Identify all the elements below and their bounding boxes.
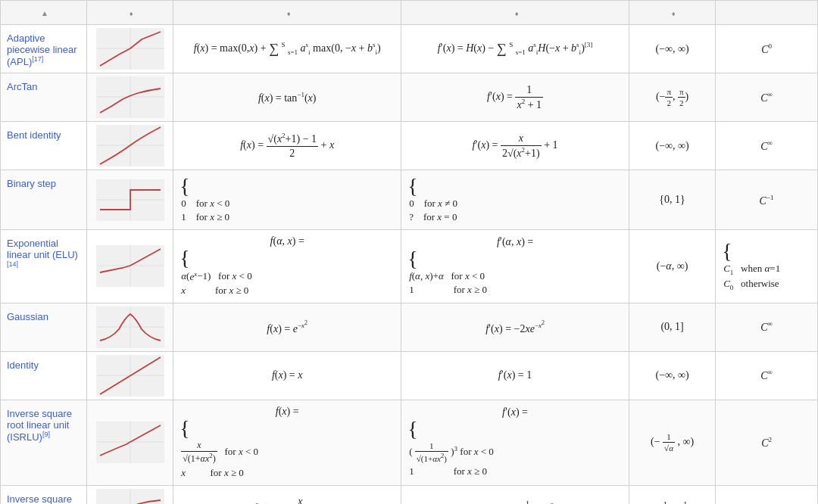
cell-order-isrlu: C2 (716, 400, 818, 485)
cell-name-bstep: Binary step (1, 170, 87, 230)
cell-order-gaussian: C∞ (716, 303, 818, 351)
cell-order-arctan: C∞ (716, 73, 818, 122)
cell-order-apl: C0 (716, 25, 818, 73)
table-row: Inverse square root unit (ISRU)[9] f(x) … (1, 485, 818, 504)
cell-derivative-isru: f′(x) = ( 1 √(1+αx2) )3 (401, 485, 629, 504)
cell-order-bstep: C−1 (716, 170, 818, 230)
cell-equation-elu: f(α, x) = { α(ex−1) for x < 0 x for x ≥ … (173, 230, 401, 303)
cell-order-bent: C∞ (716, 122, 818, 170)
cell-derivative-apl: f′(x) = H(x) − ∑ S s=1 asiH(−x + bsi)[3] (401, 25, 629, 73)
cell-range-bstep: {0, 1} (629, 170, 716, 230)
cell-plot-elu (87, 230, 173, 303)
cell-plot-isrlu (87, 400, 173, 485)
cell-range-isru: (− 1√α , 1√α ) (629, 485, 716, 504)
cell-equation-apl: f(x) = max(0,x) + ∑ S s=1 asi max(0, −x … (173, 25, 401, 73)
cell-derivative-elu: f′(α, x) = { f(α, x)+α for x < 0 1 for x… (401, 230, 629, 303)
cell-equation-arctan: f(x) = tan−1(x) (173, 73, 401, 122)
cell-derivative-bstep: { 0 for x ≠ 0 ? for x = 0 (401, 170, 629, 230)
cell-name-gaussian: Gaussian (1, 303, 87, 351)
cell-range-elu: (−α, ∞) (629, 230, 716, 303)
cell-derivative-arctan: f′(x) = 1 x2 + 1 (401, 73, 629, 122)
table-row: Binary step { 0 for x < 0 (1, 170, 818, 230)
sort-icon-range: ⬧ (671, 9, 676, 17)
cell-name-identity: Identity (1, 351, 87, 400)
cell-equation-isru: f(x) = x √(1+αx2) (173, 485, 401, 504)
table-row: ArcTan f(x) = tan−1(x) f′(x) = (1, 73, 818, 122)
cell-derivative-gaussian: f′(x) = −2xe−x2 (401, 303, 629, 351)
cell-plot-isru (87, 485, 173, 504)
cell-name-isrlu: Inverse square root linear unit (ISRLU)[… (1, 400, 87, 485)
link-gaussian[interactable]: Gaussian (7, 311, 48, 322)
table-row: Adaptive piecewise linear (APL)[17] f(x)… (1, 25, 818, 73)
sort-icon-name: ▲ (41, 9, 48, 17)
table-row: Bent identity f(x) = √(x2+1) − 1 2 (1, 122, 818, 170)
link-arctan[interactable]: ArcTan (7, 81, 37, 92)
cell-name-apl: Adaptive piecewise linear (APL)[17] (1, 25, 87, 73)
table-row: Identity f(x) = x f′(x) = 1 (−∞, ∞) (1, 351, 818, 400)
header-order (716, 1, 818, 25)
sort-icon-derivative: ⬧ (514, 9, 519, 17)
table-row: Inverse square root linear unit (ISRLU)[… (1, 400, 818, 485)
sort-icon-equation: ⬧ (286, 9, 291, 17)
header-range[interactable]: ⬧ (629, 1, 716, 25)
cell-order-elu: { C1 when α=1 C0 otherwise (716, 230, 818, 303)
table-row: Gaussian f(x) = e−x2 f′(x) = −2xe−x2 (1, 303, 818, 351)
activation-functions-table: ▲ ⬧ ⬧ ⬧ (0, 0, 818, 504)
cell-plot-arctan (87, 73, 173, 122)
cell-range-apl: (−∞, ∞) (629, 25, 716, 73)
cell-plot-gaussian (87, 303, 173, 351)
link-identity[interactable]: Identity (7, 359, 39, 371)
cell-name-bent: Bent identity (1, 122, 87, 170)
cell-equation-bent: f(x) = √(x2+1) − 1 2 + x (173, 122, 401, 170)
cell-range-bent: (−∞, ∞) (629, 122, 716, 170)
cell-derivative-isrlu: f′(x) = { ( 1 √(1+αx2) )3 for x < 0 (401, 400, 629, 485)
cell-range-isrlu: (− 1√α , ∞) (629, 400, 716, 485)
cell-range-gaussian: (0, 1] (629, 303, 716, 351)
cell-equation-bstep: { 0 for x < 0 1 for x ≥ 0 (173, 170, 401, 230)
link-elu[interactable]: Exponential linear unit (ELU) (7, 238, 78, 260)
cell-equation-identity: f(x) = x (173, 351, 401, 400)
link-bstep[interactable]: Binary step (7, 178, 56, 189)
cell-equation-isrlu: f(x) = { x √(1+αx2) for x < 0 x (173, 400, 401, 485)
cell-plot-bent (87, 122, 173, 170)
cell-name-isru: Inverse square root unit (ISRU)[9] (1, 485, 87, 504)
link-bent[interactable]: Bent identity (7, 129, 61, 141)
cell-name-elu: Exponential linear unit (ELU)[14] (1, 230, 87, 303)
sort-icon-plot: ⬧ (129, 9, 133, 17)
cell-plot-identity (87, 351, 173, 400)
header-plot[interactable]: ⬧ (87, 1, 173, 25)
header-derivative[interactable]: ⬧ (401, 1, 629, 25)
cell-equation-gaussian: f(x) = e−x2 (173, 303, 401, 351)
cell-order-identity: C∞ (716, 351, 818, 400)
cell-derivative-identity: f′(x) = 1 (401, 351, 629, 400)
main-table-wrapper: ▲ ⬧ ⬧ ⬧ (0, 0, 818, 504)
link-isru[interactable]: Inverse square root unit (ISRU) (7, 493, 75, 504)
link-isrlu[interactable]: Inverse square root linear unit (ISRLU) (7, 408, 72, 443)
cell-plot-bstep (87, 170, 173, 230)
header-name[interactable]: ▲ (1, 1, 87, 25)
cell-name-arctan: ArcTan (1, 73, 87, 122)
cell-order-isru: C∞ (716, 485, 818, 504)
table-row: Exponential linear unit (ELU)[14] f(α, x… (1, 230, 818, 303)
cell-range-identity: (−∞, ∞) (629, 351, 716, 400)
cell-range-arctan: (−π2, π2) (629, 73, 716, 122)
cell-derivative-bent: f′(x) = x 2√(x2+1) + 1 (401, 122, 629, 170)
header-equation[interactable]: ⬧ (173, 1, 401, 25)
cell-plot-apl (87, 25, 173, 73)
